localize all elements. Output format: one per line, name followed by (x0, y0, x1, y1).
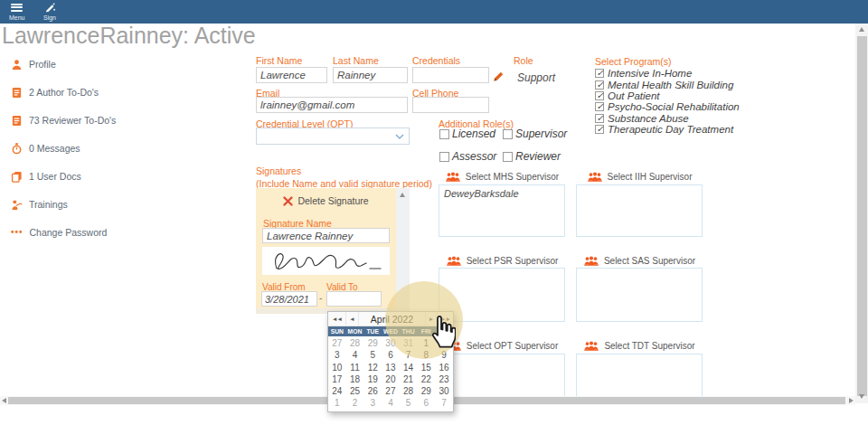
vertical-scrollbar[interactable] (855, 24, 868, 403)
select-sas-supervisor-button[interactable]: Select SAS Supervisor (576, 256, 703, 266)
calendar-day-cell[interactable]: 2 (435, 337, 453, 349)
calendar-day-cell[interactable]: 16 (435, 362, 453, 373)
cell-phone-input[interactable] (412, 97, 489, 113)
role-checkbox[interactable] (503, 152, 513, 162)
program-option[interactable]: Psycho-Social Rehabilitation (595, 101, 740, 112)
email-input[interactable] (256, 97, 408, 113)
calendar-day-cell[interactable]: 6 (417, 397, 435, 409)
calendar-day-cell[interactable]: 17 (328, 373, 346, 385)
calendar-day-cell[interactable]: 24 (328, 385, 346, 397)
role-option[interactable]: Reviewer (503, 150, 567, 163)
calendar-day-cell[interactable]: 4 (382, 397, 400, 409)
calendar-day-cell[interactable]: 1 (417, 337, 435, 349)
sidebar-item-reviewer-todos[interactable]: 73 Reviewer To-Do's (11, 114, 116, 127)
sidebar-item-change-password[interactable]: ••• Change Password (11, 226, 116, 239)
valid-to-input[interactable] (326, 291, 382, 307)
select-psr-supervisor-button[interactable]: Select PSR Supervisor (439, 256, 565, 266)
calendar-day-cell[interactable]: 8 (417, 349, 435, 361)
program-option[interactable]: Intensive In-Home (595, 68, 740, 79)
calendar-day-cell[interactable]: 26 (363, 385, 382, 397)
calendar-next-year-button[interactable]: ►► (438, 312, 453, 326)
calendar-day-cell[interactable]: 5 (400, 397, 418, 409)
program-option[interactable]: Therapeutic Day Treatment (595, 124, 740, 135)
calendar-day-cell[interactable]: 29 (417, 385, 435, 397)
select-mhs-supervisor-button[interactable]: Select MHS Supervisor (439, 172, 565, 182)
credentials-input[interactable] (412, 67, 489, 83)
calendar-day-cell[interactable]: 27 (382, 385, 400, 397)
select-iih-supervisor-button[interactable]: Select IIH Supervisor (576, 172, 703, 182)
program-checkbox[interactable] (595, 80, 604, 90)
calendar-day-cell[interactable]: 18 (346, 373, 364, 385)
role-option[interactable]: Supervisor (503, 128, 567, 140)
select-opt-supervisor-button[interactable]: Select OPT Supervisor (439, 341, 565, 351)
calendar-next-month-button[interactable]: ► (425, 312, 438, 326)
calendar-prev-year-button[interactable]: ◄◄ (328, 312, 346, 326)
program-option[interactable]: Out Patient (595, 90, 740, 101)
program-checkbox[interactable] (595, 114, 604, 123)
sidebar-item-trainings[interactable]: Trainings (11, 198, 116, 211)
calendar-day-cell[interactable]: 5 (363, 349, 382, 361)
calendar-day-cell[interactable]: 14 (400, 362, 418, 373)
calendar-day-cell[interactable]: 28 (346, 337, 364, 349)
sidebar-item-user-docs[interactable]: 1 User Docs (11, 170, 116, 183)
calendar-day-cell[interactable]: 20 (382, 373, 400, 385)
last-name-input[interactable] (333, 67, 408, 83)
calendar-day-cell[interactable]: 13 (382, 362, 400, 373)
program-checkbox[interactable] (595, 91, 604, 100)
calendar-prev-month-button[interactable]: ◄ (346, 312, 359, 326)
calendar-day-cell[interactable]: 15 (417, 362, 435, 373)
valid-from-input[interactable] (261, 291, 317, 307)
calendar-day-cell[interactable]: 23 (435, 373, 453, 385)
sidebar-item-profile[interactable]: Profile (11, 58, 116, 71)
program-checkbox[interactable] (595, 125, 604, 134)
iih-supervisor-box[interactable] (576, 184, 703, 237)
program-option[interactable]: Substance Abuse (595, 113, 740, 124)
vertical-scrollbar-thumb[interactable] (857, 36, 867, 396)
mhs-supervisor-box[interactable]: DeweyBarksdale (439, 184, 565, 237)
calendar-month-title[interactable]: April 2022 (359, 312, 425, 326)
calendar-day-cell[interactable]: 6 (382, 349, 400, 361)
program-option[interactable]: Mental Health Skill Building (595, 79, 740, 90)
calendar-day-cell[interactable]: 31 (400, 337, 418, 349)
credential-level-select[interactable] (256, 128, 410, 145)
calendar-day-cell[interactable]: 22 (417, 373, 435, 385)
edit-role-pencil-icon[interactable] (493, 71, 505, 82)
sidebar-item-author-todos[interactable]: 2 Author To-Do's (11, 86, 116, 99)
sign-button[interactable]: Sign (43, 2, 56, 21)
calendar-day-cell[interactable]: 28 (400, 385, 418, 397)
calendar-day-cell[interactable]: 3 (328, 349, 346, 361)
role-checkbox[interactable] (503, 129, 513, 139)
calendar-day-cell[interactable]: 3 (363, 397, 382, 409)
psr-supervisor-box[interactable] (439, 268, 565, 322)
calendar-day-cell[interactable]: 10 (328, 362, 346, 373)
calendar-day-cell[interactable]: 30 (382, 337, 400, 349)
role-option[interactable]: Assessor (439, 150, 503, 163)
program-checkbox[interactable] (595, 69, 604, 78)
calendar-day-cell[interactable]: 1 (328, 397, 346, 409)
calendar-day-cell[interactable]: 7 (400, 349, 418, 361)
calendar-day-cell[interactable]: 9 (435, 349, 453, 361)
signature-panel-vscroll[interactable] (396, 188, 410, 314)
menu-button[interactable]: Menu (9, 2, 25, 21)
calendar-day-cell[interactable]: 25 (346, 385, 364, 397)
select-tdt-supervisor-button[interactable]: Select TDT Supervisor (576, 341, 703, 351)
first-name-input[interactable] (256, 67, 327, 83)
calendar-day-cell[interactable]: 21 (400, 373, 418, 385)
calendar-day-cell[interactable]: 2 (346, 397, 364, 409)
sas-supervisor-box[interactable] (576, 268, 703, 322)
role-checkbox[interactable] (439, 152, 449, 162)
calendar-day-cell[interactable]: 27 (328, 337, 346, 349)
role-option[interactable]: Licensed (439, 128, 503, 140)
role-checkbox[interactable] (439, 129, 449, 139)
calendar-day-cell[interactable]: 19 (363, 373, 382, 385)
program-checkbox[interactable] (595, 102, 604, 111)
sidebar-item-messages[interactable]: 0 Messages (11, 142, 116, 155)
calendar-day-cell[interactable]: 30 (435, 385, 453, 397)
calendar-day-cell[interactable]: 12 (363, 362, 382, 373)
calendar-day-cell[interactable]: 29 (363, 337, 382, 349)
signature-name-input[interactable] (262, 228, 390, 243)
calendar-day-cell[interactable]: 7 (435, 397, 453, 409)
calendar-day-cell[interactable]: 4 (346, 349, 364, 361)
calendar-day-cell[interactable]: 11 (346, 362, 364, 373)
delete-signature-button[interactable]: Delete Signature (256, 195, 396, 206)
